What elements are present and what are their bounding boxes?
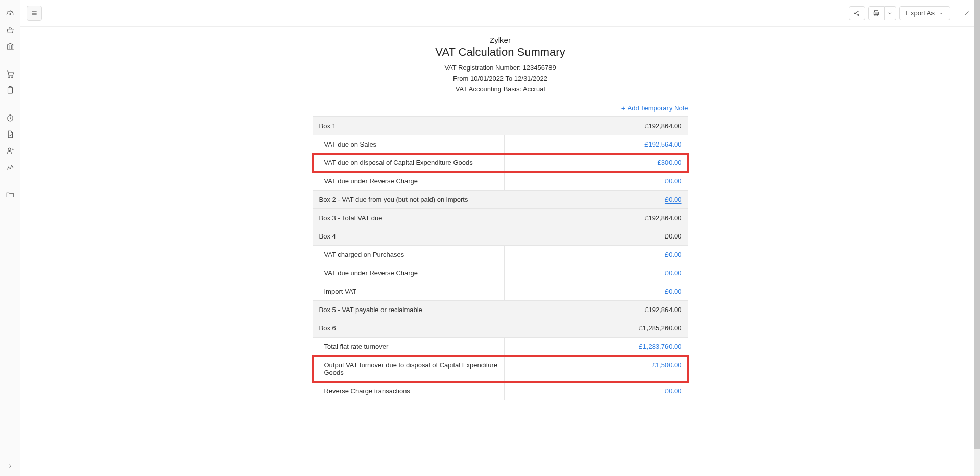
svg-point-2 [11, 77, 12, 78]
report-period: From 10/01/2022 To 12/31/2022 [20, 74, 980, 84]
basket-icon[interactable] [6, 26, 15, 35]
vat-table: Box 1£192,864.00VAT due on Sales£192,564… [313, 116, 688, 400]
print-dropdown-button[interactable] [885, 6, 896, 20]
svg-rect-12 [875, 14, 878, 16]
table-row: Import VAT£0.00 [313, 282, 688, 301]
table-row: Box 6£1,285,260.00 [313, 319, 688, 338]
bank-icon[interactable] [6, 42, 15, 51]
cart-icon[interactable] [6, 69, 15, 79]
table-row: Box 1£192,864.00 [313, 117, 688, 135]
export-label: Export As [906, 9, 935, 17]
topbar: Export As [20, 0, 980, 27]
report-header: Zylker VAT Calculation Summary VAT Regis… [20, 36, 980, 94]
row-value[interactable]: £0.00 [504, 246, 688, 264]
row-value[interactable]: £0.00 [504, 172, 688, 190]
table-row: Reverse Charge transactions£0.00 [313, 382, 688, 400]
svg-point-9 [858, 14, 859, 15]
row-label: VAT charged on Purchases [313, 246, 504, 264]
share-button[interactable] [849, 6, 865, 20]
scrollbar-thumb[interactable] [974, 0, 980, 449]
table-row: Box 2 - VAT due from you (but not paid) … [313, 191, 688, 209]
document-icon[interactable] [6, 130, 15, 139]
table-row: VAT due under Reverse Charge£0.00 [313, 172, 688, 191]
table-row: Box 4£0.00 [313, 227, 688, 246]
clipboard-icon[interactable] [6, 86, 15, 95]
row-value[interactable]: £192,564.00 [504, 135, 688, 153]
row-label: Box 6 [313, 319, 504, 337]
row-value[interactable]: £1,500.00 [504, 356, 688, 382]
row-label: VAT due on Sales [313, 135, 504, 153]
table-row: VAT due on Sales£192,564.00 [313, 135, 688, 154]
print-button[interactable] [868, 6, 885, 20]
row-value[interactable]: £0.00 [504, 282, 688, 300]
row-value: £0.00 [504, 227, 688, 245]
svg-point-1 [8, 77, 9, 78]
row-label: VAT due under Reverse Charge [313, 172, 504, 190]
reports-icon[interactable] [6, 162, 15, 172]
plus-icon: + [621, 104, 626, 112]
row-label: Box 2 - VAT due from you (but not paid) … [313, 191, 504, 208]
sidebar [0, 0, 20, 476]
svg-point-6 [8, 148, 10, 150]
row-label: VAT due on disposal of Capital Expenditu… [313, 154, 504, 172]
svg-point-8 [858, 11, 859, 12]
row-value[interactable]: £1,283,760.00 [504, 338, 688, 355]
add-temporary-note-link[interactable]: + Add Temporary Note [621, 104, 688, 112]
row-label: VAT due under Reverse Charge [313, 264, 504, 282]
table-row: Box 5 - VAT payable or reclaimable£192,8… [313, 301, 688, 319]
content: Zylker VAT Calculation Summary VAT Regis… [20, 27, 980, 476]
export-button[interactable]: Export As [899, 6, 950, 20]
row-label: Box 5 - VAT payable or reclaimable [313, 301, 504, 319]
table-row: VAT charged on Purchases£0.00 [313, 246, 688, 264]
row-value: £1,285,260.00 [504, 319, 688, 337]
company-name: Zylker [20, 36, 980, 44]
row-label: Total flat rate turnover [313, 338, 504, 355]
row-label: Output VAT turnover due to disposal of C… [313, 356, 504, 382]
row-label: Box 3 - Total VAT due [313, 209, 504, 227]
row-value[interactable]: £300.00 [504, 154, 688, 172]
user-icon[interactable] [6, 146, 15, 155]
row-value[interactable]: £0.00 [504, 191, 688, 208]
table-row: VAT due on disposal of Capital Expenditu… [313, 154, 688, 172]
table-row: Output VAT turnover due to disposal of C… [313, 356, 688, 382]
row-value: £192,864.00 [504, 117, 688, 135]
row-label: Import VAT [313, 282, 504, 300]
add-note-label: Add Temporary Note [628, 104, 688, 112]
menu-button[interactable] [27, 6, 42, 21]
close-button[interactable] [960, 6, 974, 20]
table-row: Box 3 - Total VAT due£192,864.00 [313, 209, 688, 227]
row-value[interactable]: £0.00 [504, 382, 688, 400]
row-value: £192,864.00 [504, 301, 688, 319]
svg-point-0 [9, 14, 10, 15]
timer-icon[interactable] [6, 113, 15, 123]
vat-reg-number: VAT Registration Number: 123456789 [20, 63, 980, 74]
row-label: Reverse Charge transactions [313, 382, 504, 400]
svg-point-7 [855, 12, 856, 13]
scrollbar[interactable] [974, 0, 980, 476]
row-value: £192,864.00 [504, 209, 688, 227]
sidebar-expand-icon[interactable] [7, 462, 14, 471]
main: Export As Zylker VAT Calculation Summary… [20, 0, 980, 476]
folder-icon[interactable] [6, 190, 15, 199]
accounting-basis: VAT Accounting Basis: Accrual [20, 84, 980, 95]
row-label: Box 1 [313, 117, 504, 135]
row-label: Box 4 [313, 227, 504, 245]
dashboard-icon[interactable] [6, 9, 15, 18]
report-title: VAT Calculation Summary [20, 45, 980, 59]
row-value[interactable]: £0.00 [504, 264, 688, 282]
table-row: VAT due under Reverse Charge£0.00 [313, 264, 688, 282]
table-row: Total flat rate turnover£1,283,760.00 [313, 338, 688, 356]
